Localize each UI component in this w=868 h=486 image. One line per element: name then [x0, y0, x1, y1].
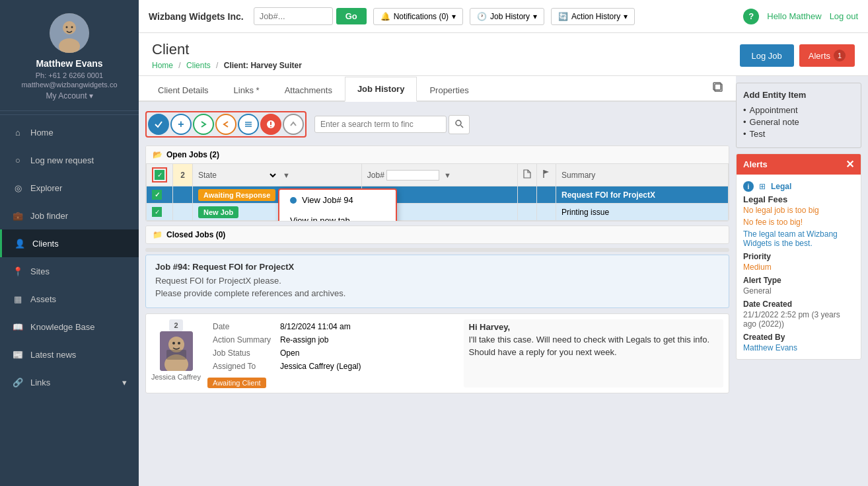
job-detail-title: Job #94: Request FOI for ProjectX	[155, 262, 719, 272]
tab-job-history[interactable]: Job History	[345, 77, 417, 102]
row-attach-cell	[518, 186, 537, 204]
sidebar-item-links[interactable]: 🔗 Links ▾	[0, 368, 139, 396]
table-row[interactable]: ✓ Awaiting Response 94	[147, 186, 729, 204]
state-badge: Awaiting Response	[198, 189, 275, 201]
toolbar-check-btn[interactable]	[148, 114, 169, 135]
hello-user[interactable]: Hello Matthew	[767, 11, 821, 21]
alert-text2: No fee is too big!	[743, 218, 854, 227]
logout-link[interactable]: Log out	[830, 11, 858, 21]
sidebar-item-knowledge-base[interactable]: 📖 Knowledge Base	[0, 313, 139, 341]
svg-point-11	[270, 126, 271, 128]
search-button[interactable]	[449, 115, 470, 134]
row-checkbox[interactable]: ✓	[152, 190, 162, 200]
sidebar-item-home[interactable]: ⌂ Home	[0, 118, 139, 146]
sidebar-item-label: Job finder	[30, 211, 68, 221]
context-view-new-tab[interactable]: View in new tab	[279, 210, 396, 222]
user-icon: 👤	[14, 237, 26, 249]
job-history-button[interactable]: 🕐 Job History ▾	[470, 8, 544, 25]
chevron-down-icon: ▾	[89, 91, 93, 101]
breadcrumb-current: Client: Harvey Suiter	[224, 61, 302, 70]
job-num-filter-icon[interactable]: ▼	[444, 171, 451, 179]
th-state: State ▼	[193, 164, 362, 186]
topbar-right: ? Hello Matthew Log out	[743, 9, 858, 24]
sidebar-item-job-finder[interactable]: 💼 Job finder	[0, 202, 139, 229]
toolbar-search	[314, 115, 470, 134]
sidebar-item-explorer[interactable]: ◎ Explorer	[0, 174, 139, 202]
select-all-checkbox[interactable]: ✓	[155, 170, 164, 180]
svg-rect-22	[166, 350, 186, 360]
brand-name: Wizbang Widgets Inc.	[149, 11, 244, 22]
sidebar-item-label: Log new request	[30, 155, 94, 165]
toolbar-alert-btn[interactable]	[260, 114, 281, 135]
link-icon: 🔗	[12, 376, 24, 388]
toolbar-list-btn[interactable]	[238, 114, 259, 135]
toolbar-forward-btn[interactable]	[193, 114, 214, 135]
job-toolbar: +	[145, 108, 729, 140]
alerts-button[interactable]: Alerts 1	[799, 44, 855, 67]
row-checkbox-cell: ✓	[147, 186, 173, 204]
sidebar-item-log-new-request[interactable]: ○ Log new request	[0, 146, 139, 174]
sidebar-item-assets[interactable]: ▦ Assets	[0, 285, 139, 313]
main-panel: Client Details Links * Attachments Job H…	[139, 76, 736, 486]
toolbar-back-btn[interactable]	[215, 114, 236, 135]
log-job-button[interactable]: Log Job	[740, 44, 794, 67]
alerts-close-button[interactable]: ✕	[846, 158, 854, 171]
table-row[interactable]: ✓ New Job 93	[147, 204, 729, 221]
breadcrumb-clients[interactable]: Clients	[186, 61, 211, 70]
sidebar-item-label: Latest news	[30, 350, 76, 360]
row-flag-cell	[537, 204, 556, 221]
tab-properties[interactable]: Properties	[417, 78, 481, 102]
action-history-button[interactable]: 🔄 Action History ▾	[551, 8, 635, 25]
tab-client-details[interactable]: Client Details	[145, 78, 221, 102]
toolbar-up-btn[interactable]	[283, 114, 304, 135]
state-filter-icon[interactable]: ▼	[283, 171, 290, 179]
context-view-job[interactable]: View Job# 94	[279, 190, 396, 210]
my-account-link[interactable]: My Account ▾	[46, 91, 92, 101]
row-checkbox-cell: ✓	[147, 204, 173, 221]
sidebar-nav: ⌂ Home ○ Log new request ◎ Explorer 💼 Jo…	[0, 118, 139, 486]
search-input[interactable]	[314, 116, 447, 133]
open-jobs-folder-icon: 📂	[153, 150, 163, 159]
page-title: Client	[152, 41, 302, 58]
horizontal-scrollbar[interactable]	[145, 248, 729, 252]
alerts-info-row: i ⊞ Legal	[743, 181, 854, 192]
svg-point-12	[456, 120, 461, 126]
job-num-filter-input[interactable]	[386, 170, 439, 181]
action-date: 8/12/2024 11:04 am	[276, 321, 365, 333]
sidebar-item-label: Explorer	[30, 183, 62, 193]
compass-icon: ◎	[12, 182, 24, 194]
help-button[interactable]: ?	[743, 9, 759, 24]
tab-attachments[interactable]: Attachments	[272, 78, 345, 102]
sidebar-item-clients[interactable]: 👤 Clients	[0, 229, 139, 257]
action-history-icon: 🔄	[558, 12, 568, 21]
job-detail-text2: Please provide complete references and a…	[155, 288, 719, 298]
state-filter-select[interactable]	[219, 169, 278, 181]
state-badge: New Job	[198, 206, 238, 218]
sidebar-item-label: Home	[30, 128, 54, 138]
th-job-num: Job# ▼	[361, 164, 517, 186]
copy-tab-icon[interactable]	[707, 76, 729, 101]
closed-jobs-header: 📁 Closed Jobs (0)	[146, 226, 729, 243]
job-search-input[interactable]	[254, 7, 333, 25]
add-entity-test[interactable]: Test	[743, 129, 854, 139]
svg-point-3	[66, 26, 68, 28]
tab-links[interactable]: Links *	[221, 78, 272, 102]
row-flag-cell	[537, 186, 556, 204]
topbar-search: Go	[254, 7, 367, 25]
action-entry: 2	[145, 313, 729, 393]
add-entity-general-note[interactable]: General note	[743, 117, 854, 127]
breadcrumb-home[interactable]: Home	[152, 61, 173, 70]
row-checkbox[interactable]: ✓	[152, 207, 162, 217]
toolbar-add-btn[interactable]: +	[170, 114, 192, 135]
notifications-button[interactable]: 🔔 Notifications (0) ▾	[373, 8, 463, 25]
sidebar-item-sites[interactable]: 📍 Sites	[0, 257, 139, 285]
chevron-down-icon: ▾	[624, 12, 628, 21]
closed-jobs-label: Closed Jobs (0)	[166, 230, 225, 239]
go-button[interactable]: Go	[336, 8, 367, 24]
alerts-panel: Alerts ✕ i ⊞ Legal Legal Fees No legal j…	[736, 153, 861, 360]
sidebar-item-latest-news[interactable]: 📰 Latest news	[0, 341, 139, 368]
page-header-actions: Log Job Alerts 1	[740, 44, 855, 67]
open-jobs-group: 📂 Open Jobs (2) ✓	[145, 145, 729, 222]
add-entity-appointment[interactable]: Appointment	[743, 105, 854, 115]
job-detail: Job #94: Request FOI for ProjectX Reques…	[145, 255, 729, 308]
